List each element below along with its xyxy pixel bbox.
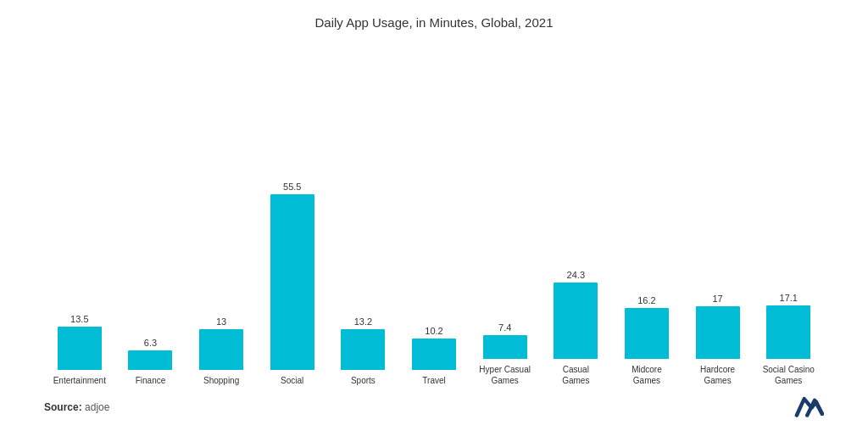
bar-group: 10.2 Travel <box>398 38 470 386</box>
bar-group: 7.4 Hyper Casual Games <box>470 38 541 386</box>
bars-wrapper: 13.5 Entertainment 6.3 Finance 13 Shoppi… <box>44 38 824 386</box>
chart-inner: 13.5 Entertainment 6.3 Finance 13 Shoppi… <box>44 38 824 386</box>
bar <box>554 283 598 359</box>
bar <box>128 350 172 370</box>
bar-value: 7.4 <box>498 322 511 333</box>
bar-label: Sports <box>351 375 376 386</box>
bar-label: Social Casino Games <box>761 364 815 386</box>
bar <box>270 194 314 370</box>
bar-group: 17.1 Social Casino Games <box>753 38 824 386</box>
bar-label: Travel <box>422 375 445 386</box>
source-label: Source: <box>44 401 82 413</box>
bar-label: Social <box>281 375 303 386</box>
logo <box>793 393 824 421</box>
bar <box>58 327 102 370</box>
bar-value: 6.3 <box>144 338 157 348</box>
chart-container: Daily App Usage, in Minutes, Global, 202… <box>27 0 841 431</box>
source-text: Source: adjoe <box>44 401 109 413</box>
bar-value: 13.2 <box>354 316 372 327</box>
bar-group: 55.5 Social <box>257 38 328 386</box>
bar-label: Hyper Casual Games <box>478 364 532 386</box>
bar-value: 24.3 <box>567 270 585 280</box>
bar-value: 16.2 <box>637 295 655 305</box>
bar-label: Shopping <box>203 375 239 386</box>
bar-value: 13.5 <box>70 314 88 324</box>
bar-group: 13.5 Entertainment <box>44 38 115 386</box>
bar <box>483 335 527 359</box>
bar-group: 16.2 Midcore Games <box>611 38 682 386</box>
bar <box>341 329 385 370</box>
bar-label: Midcore Games <box>620 364 674 386</box>
bar <box>199 329 243 370</box>
source-value: adjoe <box>85 401 109 413</box>
bar-group: 17 Hardcore Games <box>682 38 754 386</box>
bar <box>766 305 810 359</box>
bar-group: 6.3 Finance <box>115 38 186 386</box>
bar-label: Finance <box>136 375 166 386</box>
bar-value: 55.5 <box>283 182 301 192</box>
bar-group: 24.3 Casual Games <box>540 38 611 386</box>
bar-group: 13.2 Sports <box>328 38 399 386</box>
bar-label: Entertainment <box>53 375 106 386</box>
bar-group: 13 Shopping <box>186 38 257 386</box>
source-row: Source: adjoe <box>44 386 824 423</box>
bar-value: 10.2 <box>425 326 442 336</box>
bar-value: 13 <box>216 316 226 327</box>
chart-title: Daily App Usage, in Minutes, Global, 202… <box>44 15 824 30</box>
bar-value: 17 <box>712 294 722 304</box>
bar <box>412 339 456 370</box>
bar-label: Hardcore Games <box>691 364 745 386</box>
bar <box>625 308 669 359</box>
bar-label: Casual Games <box>548 364 603 386</box>
bar-value: 17.1 <box>780 293 798 303</box>
bar <box>696 306 740 359</box>
